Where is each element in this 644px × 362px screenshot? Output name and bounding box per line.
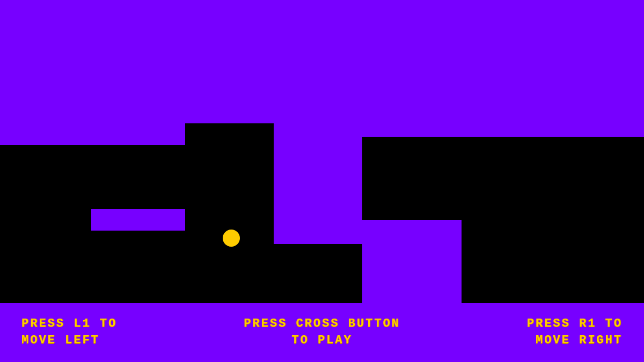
center-instruction-line2: TO PLAY xyxy=(291,334,352,347)
platform-far-right xyxy=(564,137,644,220)
instruction-bar: PRESS L1 TO MOVE LEFT PRESS CROSS BUTTON… xyxy=(0,303,644,362)
center-instruction: PRESS CROSS BUTTON TO PLAY xyxy=(244,316,400,349)
left-instruction-line2: MOVE LEFT xyxy=(21,334,100,347)
game-canvas: PRESS L1 TO MOVE LEFT PRESS CROSS BUTTON… xyxy=(0,0,644,362)
right-instruction-line1: PRESS R1 TO xyxy=(527,317,623,330)
center-instruction-line1: PRESS CROSS BUTTON xyxy=(244,317,400,330)
left-instruction: PRESS L1 TO MOVE LEFT xyxy=(21,316,117,349)
left-instruction-line1: PRESS L1 TO xyxy=(21,317,117,330)
platform-left-mid xyxy=(0,145,185,209)
right-instruction: PRESS R1 TO MOVE RIGHT xyxy=(527,316,623,349)
player-ball xyxy=(223,230,240,247)
right-instruction-line2: MOVE RIGHT xyxy=(536,334,623,347)
